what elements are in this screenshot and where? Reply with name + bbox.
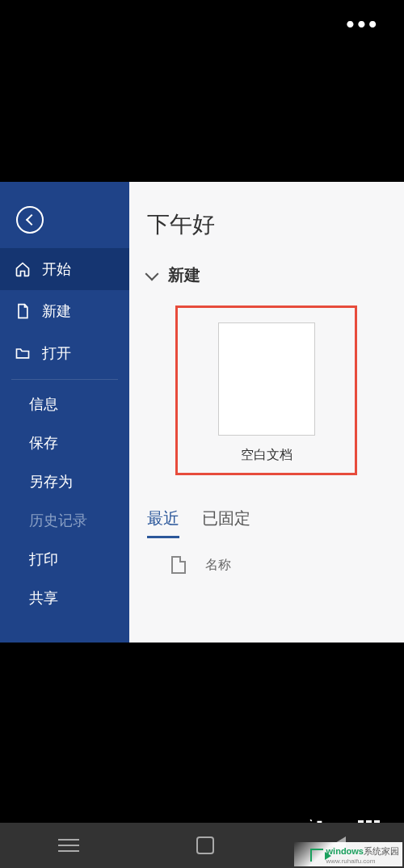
sidebar-start-label: 开始 <box>42 259 71 279</box>
sidebar-item-start[interactable]: 开始 <box>0 248 129 290</box>
word-backstage: 开始 新建 打开 信息 保存 另存为 历史记录 打印 共享 下午好 新建 <box>0 182 404 643</box>
sidebar-divider <box>11 379 118 380</box>
sidebar-item-new[interactable]: 新建 <box>0 290 129 332</box>
blank-document-template[interactable] <box>218 322 315 436</box>
blank-document-label: 空白文档 <box>241 447 292 464</box>
file-tabs: 最近 已固定 <box>147 508 404 538</box>
new-section-title: 新建 <box>168 264 200 286</box>
new-section-header[interactable]: 新建 <box>147 264 404 286</box>
phone-status-bar: ••• <box>0 0 404 48</box>
back-button[interactable] <box>16 206 44 234</box>
file-list-header: 名称 <box>147 556 404 574</box>
sidebar: 开始 新建 打开 信息 保存 另存为 历史记录 打印 共享 <box>0 182 129 643</box>
highlight-box: 空白文档 <box>175 305 357 475</box>
sidebar-item-history[interactable]: 历史记录 <box>0 501 129 540</box>
main-panel: 下午好 新建 空白文档 最近 已固定 名称 <box>129 182 404 643</box>
watermark-brand: windows <box>326 846 364 856</box>
watermark-logo-icon <box>310 849 323 862</box>
document-icon <box>171 556 186 574</box>
sidebar-open-label: 打开 <box>42 343 71 363</box>
nav-home[interactable] <box>196 836 214 854</box>
sidebar-item-print[interactable]: 打印 <box>0 540 129 579</box>
sidebar-item-open[interactable]: 打开 <box>0 332 129 374</box>
back-arrow-icon <box>25 214 36 225</box>
folder-open-icon <box>15 345 31 361</box>
sidebar-item-saveas[interactable]: 另存为 <box>0 462 129 501</box>
tab-recent[interactable]: 最近 <box>147 508 179 538</box>
new-page-icon <box>15 303 31 319</box>
tab-pinned[interactable]: 已固定 <box>202 508 250 538</box>
nav-recent-apps[interactable] <box>58 839 79 852</box>
watermark-sub: 系统家园 <box>364 846 399 856</box>
home-icon <box>15 261 31 277</box>
letterbox-top <box>0 48 404 182</box>
sidebar-new-label: 新建 <box>42 301 71 321</box>
sidebar-item-share[interactable]: 共享 <box>0 579 129 617</box>
column-name-label: 名称 <box>205 557 231 574</box>
more-dots-icon[interactable]: ••• <box>347 11 380 37</box>
greeting-text: 下午好 <box>147 209 404 240</box>
sidebar-item-save[interactable]: 保存 <box>0 423 129 462</box>
chevron-down-icon <box>145 267 159 280</box>
sidebar-item-info[interactable]: 信息 <box>0 385 129 423</box>
watermark-url: www.ruhaifu.com <box>326 857 399 865</box>
watermark: windows系统家园 www.ruhaifu.com <box>294 842 402 866</box>
